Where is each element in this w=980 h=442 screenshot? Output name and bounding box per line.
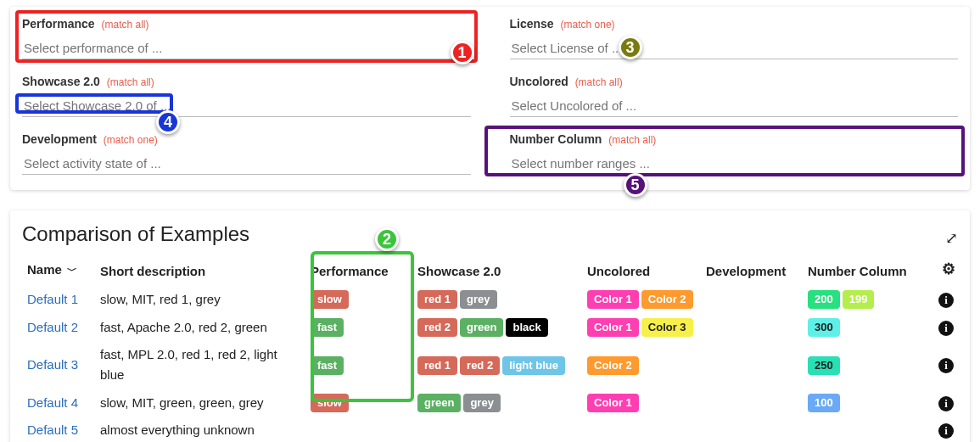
match-note: (match all) <box>575 76 623 88</box>
row-perf: fast <box>305 313 412 341</box>
col-desc[interactable]: Short description <box>95 256 305 285</box>
tag: Color 1 <box>587 318 639 337</box>
row-show: greengrey <box>412 389 582 417</box>
filter-label-showcase: Showcase 2.0 <box>22 75 100 88</box>
col-perf[interactable]: Performance <box>305 256 412 285</box>
row-perf: slow <box>305 389 412 417</box>
match-note: (match one) <box>104 134 158 146</box>
gear-icon[interactable]: ⚙ <box>942 260 955 277</box>
row-num: 250 <box>803 341 930 389</box>
annotation-badge-1: 1 <box>451 41 474 64</box>
tag: fast <box>311 318 344 337</box>
filter-input-uncolored[interactable] <box>510 93 959 117</box>
filter-number: Number Column (match all) 5 <box>510 132 959 175</box>
tag: slow <box>311 394 349 412</box>
table-row: Default 2fast, Apache 2.0, red 2, greenf… <box>22 313 959 341</box>
table-row: Default 1slow, MIT, red 1, greyslowred 1… <box>22 285 959 313</box>
tag: light blue <box>502 356 565 375</box>
annotation-badge-2: 2 <box>375 227 399 251</box>
info-icon[interactable]: i <box>938 396 954 411</box>
match-note: (match all) <box>107 76 154 88</box>
row-show: red 1red 2light blue <box>412 341 582 389</box>
col-uncol[interactable]: Uncolored <box>582 256 701 285</box>
tag: Color 2 <box>641 290 693 309</box>
tag: Color 1 <box>587 290 639 309</box>
tag: 200 <box>808 290 840 309</box>
row-dev <box>701 417 803 442</box>
tag: 199 <box>843 290 875 309</box>
tag: black <box>506 318 547 337</box>
annotation-badge-3: 3 <box>619 36 642 59</box>
tag: 250 <box>808 356 840 375</box>
row-perf: fast <box>305 341 412 389</box>
match-note: (match all) <box>101 19 148 31</box>
filter-label-number: Number Column <box>510 132 602 146</box>
table-row: Default 3fast, MPL 2.0, red 1, red 2, li… <box>22 341 959 389</box>
row-num: 200199 <box>803 285 930 313</box>
row-dev <box>701 313 803 341</box>
row-num: 100 <box>803 389 930 417</box>
info-icon[interactable]: i <box>938 293 954 308</box>
table-row: Default 4slow, MIT, green, green, greysl… <box>22 389 959 417</box>
filter-input-number[interactable] <box>510 151 959 175</box>
tag: Color 1 <box>587 394 639 412</box>
comparison-table: Name ﹀ Short description Performance Sho… <box>22 256 959 442</box>
tag: green <box>417 394 461 412</box>
tag: fast <box>311 356 344 375</box>
tag: grey <box>460 290 496 309</box>
col-name[interactable]: Name ﹀ <box>22 256 95 285</box>
expand-icon[interactable]: ⤢ <box>945 229 958 248</box>
row-show: red 2greenblack <box>412 313 582 341</box>
filter-label-performance: Performance <box>22 17 95 31</box>
col-num[interactable]: Number Column <box>803 256 930 285</box>
row-name-link[interactable]: Default 4 <box>27 395 78 410</box>
col-show[interactable]: Showcase 2.0 <box>412 256 582 285</box>
filter-performance: Performance (match all) 1 <box>22 17 471 59</box>
info-icon[interactable]: i <box>938 358 954 373</box>
tag: red 1 <box>417 290 457 309</box>
row-uncol: Color 2 <box>582 341 701 389</box>
table-row: Default 5almost everything unknowni <box>22 417 959 442</box>
info-icon[interactable]: i <box>938 423 954 439</box>
row-name-link[interactable]: Default 2 <box>27 320 78 334</box>
row-desc: fast, MPL 2.0, red 1, red 2, light blue <box>95 341 305 389</box>
chevron-down-icon: ﹀ <box>67 265 77 277</box>
filter-development: Development (match one) <box>22 132 471 175</box>
row-num <box>803 417 930 442</box>
row-name-link[interactable]: Default 3 <box>27 357 78 372</box>
row-desc: almost everything unknown <box>95 417 305 442</box>
row-dev <box>701 285 803 313</box>
row-perf <box>305 417 412 442</box>
tag: 300 <box>808 318 840 337</box>
tag: red 2 <box>417 318 457 337</box>
tag: slow <box>311 290 349 309</box>
row-uncol: Color 1Color 3 <box>582 313 701 341</box>
info-icon[interactable]: i <box>938 321 954 336</box>
row-dev <box>701 341 803 389</box>
row-uncol <box>582 417 701 442</box>
tag: 100 <box>808 394 840 412</box>
row-perf: slow <box>305 285 412 313</box>
tag: green <box>460 318 503 337</box>
row-show: red 1grey <box>412 285 582 313</box>
filter-showcase: Showcase 2.0 (match all) 4 <box>22 75 471 117</box>
filter-license: License (match one) 3 <box>510 17 959 59</box>
filter-uncolored: Uncolored (match all) <box>510 75 959 117</box>
row-show <box>412 417 582 442</box>
filter-label-license: License <box>510 17 554 31</box>
filter-input-license[interactable] <box>510 36 959 59</box>
col-dev[interactable]: Development <box>701 256 803 285</box>
filter-input-performance[interactable] <box>22 36 471 59</box>
row-name-link[interactable]: Default 1 <box>27 292 78 306</box>
row-desc: slow, MIT, green, green, grey <box>95 389 305 417</box>
row-name-link[interactable]: Default 5 <box>27 422 78 437</box>
row-num: 300 <box>803 313 930 341</box>
tag: Color 3 <box>641 318 693 337</box>
filter-input-showcase[interactable] <box>22 93 471 117</box>
annotation-badge-5: 5 <box>624 173 647 197</box>
row-uncol: Color 1Color 2 <box>582 285 701 313</box>
row-desc: fast, Apache 2.0, red 2, green <box>95 313 305 341</box>
filter-label-uncolored: Uncolored <box>510 75 568 88</box>
row-desc: slow, MIT, red 1, grey <box>95 285 305 313</box>
filter-input-development[interactable] <box>22 151 471 175</box>
